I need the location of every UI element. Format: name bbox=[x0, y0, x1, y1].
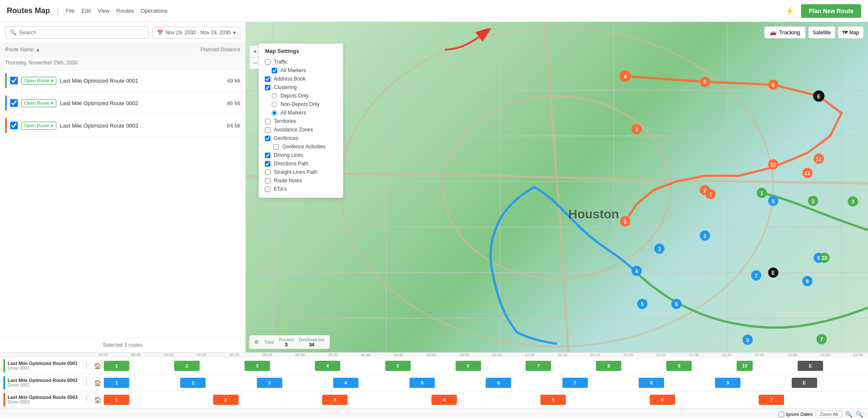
date-picker[interactable]: 📅 Nov 29, 2030 - Nov 29, 2030 ▾ bbox=[152, 27, 240, 39]
stop-chip[interactable]: 5 bbox=[540, 395, 566, 405]
stop-chip[interactable]: 10 bbox=[737, 361, 753, 371]
stop-chip[interactable]: 4 bbox=[431, 395, 457, 405]
setting-checkbox[interactable] bbox=[265, 161, 270, 167]
map-area[interactable]: 4 5 6 E 10 11 12 3 3 bbox=[246, 22, 868, 352]
settings-item[interactable]: Driving Lines bbox=[265, 151, 337, 159]
settings-item[interactable]: Non-Depots Only bbox=[272, 100, 337, 109]
stop-chip[interactable]: 9 bbox=[715, 378, 740, 388]
settings-item[interactable]: Territories bbox=[265, 117, 337, 125]
route-status-badge[interactable]: Open Route ▾ bbox=[21, 77, 56, 85]
settings-item[interactable]: Address Book bbox=[265, 75, 337, 83]
setting-checkbox[interactable] bbox=[265, 187, 270, 192]
settings-item[interactable]: Geofences bbox=[265, 134, 337, 142]
route-name-text: Last Mile Optimized Route 0003 bbox=[60, 123, 211, 129]
setting-radio[interactable] bbox=[272, 102, 277, 107]
more-options-icon[interactable]: ⋮ bbox=[83, 362, 90, 370]
route-checkbox[interactable] bbox=[10, 77, 18, 84]
settings-item[interactable]: All Markers bbox=[272, 109, 337, 117]
total-label: Total bbox=[264, 340, 274, 345]
nav-operations[interactable]: Operations bbox=[141, 8, 168, 14]
more-options-icon[interactable]: ⋮ bbox=[83, 396, 90, 404]
search-input[interactable] bbox=[19, 29, 144, 36]
timeline-time: 01:20 bbox=[623, 353, 633, 357]
route-status-badge[interactable]: Open Route ▾ bbox=[21, 122, 56, 130]
setting-checkbox[interactable] bbox=[265, 127, 270, 133]
zoom-out-timeline-icon[interactable]: 🔍 bbox=[856, 411, 863, 418]
stop-chip[interactable]: 5 bbox=[409, 378, 435, 388]
stop-chip[interactable]: 1 bbox=[104, 378, 129, 388]
destinations-stat: Destinations 34 bbox=[299, 337, 325, 347]
route-status-badge[interactable]: Open Route ▾ bbox=[21, 99, 56, 107]
settings-item[interactable]: ETA's bbox=[265, 185, 337, 193]
stop-chip[interactable]: 5 bbox=[385, 361, 411, 371]
setting-radio[interactable] bbox=[272, 110, 277, 116]
settings-item[interactable]: Depots Only bbox=[272, 92, 337, 100]
settings-item[interactable]: Clustering bbox=[265, 83, 337, 92]
setting-checkbox[interactable] bbox=[265, 119, 270, 124]
satellite-button[interactable]: Satellite bbox=[808, 26, 836, 39]
nav-edit[interactable]: Edit bbox=[81, 8, 91, 14]
settings-item[interactable]: Avoidance Zones bbox=[265, 125, 337, 134]
settings-item[interactable]: Route Notes bbox=[265, 176, 337, 185]
top-nav: File Edit View Routes Operations bbox=[66, 8, 167, 14]
settings-gear-icon[interactable]: ⚙ bbox=[254, 339, 259, 345]
settings-item[interactable]: All Markers bbox=[272, 66, 337, 75]
stop-chip[interactable]: E bbox=[792, 378, 817, 388]
nav-view[interactable]: View bbox=[98, 8, 110, 14]
stop-chip[interactable]: 1 bbox=[104, 361, 129, 371]
timeline-time: 01:35 bbox=[722, 353, 732, 357]
settings-item[interactable]: Straight-Lines Path bbox=[265, 168, 337, 176]
tl-route-text: Last Mile Optimized Route 0001 Driver 00… bbox=[8, 361, 78, 371]
setting-checkbox[interactable] bbox=[265, 59, 270, 65]
search-input-wrap[interactable]: 🔍 bbox=[5, 26, 149, 39]
stop-chip[interactable]: 1 bbox=[104, 395, 129, 405]
stop-chip[interactable]: 2 bbox=[174, 361, 200, 371]
sort-icon[interactable]: ▲ bbox=[35, 47, 40, 53]
zoom-all-button[interactable]: Zoom All bbox=[816, 410, 842, 418]
stop-chip[interactable]: 9 bbox=[666, 361, 692, 371]
stop-chip[interactable]: 6 bbox=[456, 361, 481, 371]
stop-chip[interactable]: 6 bbox=[486, 378, 511, 388]
stop-chip[interactable]: 4 bbox=[333, 378, 359, 388]
settings-item[interactable]: Directions Path bbox=[265, 159, 337, 168]
stop-chip[interactable]: 7 bbox=[526, 361, 551, 371]
more-options-icon[interactable]: ⋮ bbox=[83, 379, 90, 387]
ignore-dates-checkbox[interactable] bbox=[779, 412, 784, 417]
setting-checkbox[interactable] bbox=[265, 178, 270, 184]
route-checkbox[interactable] bbox=[10, 122, 18, 129]
setting-checkbox[interactable] bbox=[265, 153, 270, 158]
route-distance-text: 84 Mi bbox=[215, 123, 240, 129]
stop-chip[interactable]: 3 bbox=[322, 395, 348, 405]
nav-file[interactable]: File bbox=[66, 8, 75, 14]
timeline-time: 01:30 bbox=[689, 353, 699, 357]
stop-chip[interactable]: 2 bbox=[180, 378, 206, 388]
setting-radio[interactable] bbox=[272, 93, 277, 99]
tracking-button[interactable]: 🚗 Tracking bbox=[764, 26, 805, 39]
stop-chip[interactable]: 6 bbox=[650, 395, 675, 405]
route-checkbox[interactable] bbox=[10, 99, 18, 107]
timeline-time: 00:10 bbox=[164, 353, 174, 357]
plan-new-route-button[interactable]: Plan New Route bbox=[801, 4, 861, 18]
setting-checkbox[interactable] bbox=[265, 85, 270, 90]
setting-checkbox[interactable] bbox=[265, 136, 270, 141]
timeline-route-row: Last Mile Optimized Route 0002 Driver 00… bbox=[0, 374, 868, 391]
setting-checkbox[interactable] bbox=[265, 76, 270, 82]
setting-checkbox[interactable] bbox=[272, 68, 277, 73]
settings-item[interactable]: Geofence Activities bbox=[273, 142, 337, 151]
stop-chip[interactable]: 7 bbox=[562, 378, 588, 388]
stop-chip[interactable]: 3 bbox=[257, 378, 282, 388]
stop-chip[interactable]: 8 bbox=[596, 361, 621, 371]
route-distance-text: 46 Mi bbox=[215, 100, 240, 106]
stop-chip[interactable]: 8 bbox=[639, 378, 664, 388]
setting-checkbox[interactable] bbox=[265, 170, 270, 175]
settings-item[interactable]: Traffic bbox=[265, 58, 337, 66]
stop-chip[interactable]: 4 bbox=[315, 361, 340, 371]
zoom-in-timeline-icon[interactable]: 🔍 bbox=[845, 411, 852, 418]
nav-routes[interactable]: Routes bbox=[117, 8, 134, 14]
stop-chip[interactable]: 3 bbox=[245, 361, 270, 371]
setting-checkbox[interactable] bbox=[273, 144, 279, 150]
stop-chip[interactable]: E bbox=[798, 361, 823, 371]
map-button[interactable]: 🗺 Map bbox=[838, 26, 864, 39]
stop-chip[interactable]: 7 bbox=[759, 395, 784, 405]
stop-chip[interactable]: 2 bbox=[213, 395, 239, 405]
